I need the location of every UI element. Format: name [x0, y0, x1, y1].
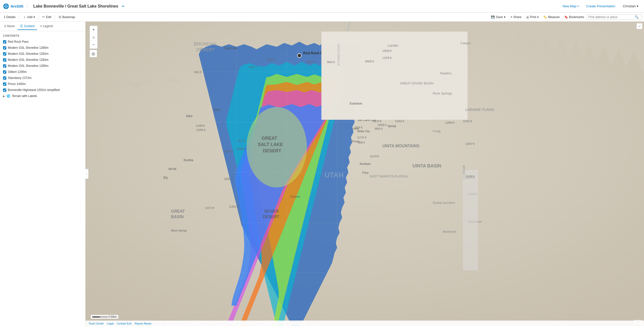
layer-checkbox-7[interactable] [3, 76, 6, 80]
create-presentation-button[interactable]: Create Presentation [584, 3, 618, 10]
arcgis-logo[interactable]: ArcGIS [3, 3, 23, 9]
svg-text:Montrose: Montrose [443, 230, 456, 234]
basemap-button[interactable]: ⊞ Basemap [57, 14, 77, 20]
layer-checkbox-4[interactable] [3, 58, 6, 62]
tab-about[interactable]: ℹ About [2, 23, 17, 30]
svg-text:Eureka: Eureka [184, 158, 193, 162]
map-controls: + ⌂ − ◎ [90, 26, 98, 57]
toolbar-separator-2 [38, 15, 39, 20]
edit-title-icon[interactable]: ✏ [122, 4, 125, 8]
tab-legend[interactable]: ≡ Legend [37, 23, 55, 30]
expand-button[interactable]: ⤢ [636, 23, 642, 29]
bookmarks-button[interactable]: 🔖 Bookmarks [562, 14, 586, 20]
svg-point-6 [247, 107, 307, 188]
zoom-out-button[interactable]: − [90, 41, 97, 49]
layer-item-9[interactable]: Bonneville Highstand 1552m simplified [0, 87, 85, 93]
svg-text:GREAT: GREAT [262, 136, 277, 141]
sidebar-tabs: ℹ About ☰ Content ≡ Legend [0, 22, 85, 31]
layer-item-6[interactable]: Gilbert 1295m [0, 69, 85, 75]
svg-text:5694 ft: 5694 ft [355, 126, 363, 129]
search-icon[interactable]: 🔍 [635, 15, 639, 19]
new-map-button[interactable]: New Map ▾ [560, 3, 581, 10]
print-icon: 🖨 [526, 15, 529, 19]
arcgis-logo-icon [3, 3, 9, 9]
legal-link[interactable]: Legal [107, 322, 114, 325]
layer-item-7[interactable]: Stansbury 1372m [0, 75, 85, 81]
layer-checkbox-8[interactable] [3, 82, 6, 86]
svg-text:COLOR: COLOR [462, 165, 465, 175]
layer-item-4[interactable]: Modern GSL Shoreline 1283m [0, 57, 85, 63]
compass-button[interactable]: ◎ [90, 50, 97, 57]
svg-text:Grand Junction: Grand Junction [433, 201, 455, 205]
svg-text:9655 ft: 9655 ft [307, 61, 315, 64]
toolbar: ℹ Details ＋ Add ▾ ✏ Edit ⊞ Basemap 💾 Sav… [0, 13, 644, 22]
logo-arc: ArcGIS [11, 4, 23, 8]
layer-checkbox-9[interactable] [3, 88, 6, 92]
svg-text:10026 ft: 10026 ft [365, 60, 374, 63]
layer-item-3[interactable]: Modern GSL Shoreline 1282m [0, 51, 85, 57]
svg-text:DESERT: DESERT [263, 148, 281, 153]
contact-esri-link[interactable]: Contact Esri [117, 322, 132, 325]
content-icon: ☰ [20, 24, 23, 28]
basemap-icon: ⊞ [59, 15, 61, 19]
home-button[interactable]: ⌂ [90, 33, 97, 41]
zoom-in-button[interactable]: + [90, 26, 97, 33]
edit-button[interactable]: ✏ Edit [40, 14, 53, 20]
details-button[interactable]: ℹ Details [2, 14, 18, 20]
trust-center-link[interactable]: Trust Center [89, 322, 104, 325]
layer-item-5[interactable]: Modern GSL Shoreline 1285m [0, 63, 85, 69]
svg-text:Rock Springs: Rock Springs [433, 91, 452, 95]
basemap-group[interactable]: ▶ 🌐 Terrain with Labels [0, 93, 85, 99]
svg-text:SEVIER: SEVIER [264, 209, 279, 213]
svg-text:12262 ft: 12262 ft [395, 120, 404, 123]
layer-item-2[interactable]: Modern GSL Shoreline 1280m [0, 45, 85, 51]
svg-text:Price: Price [362, 171, 369, 174]
svg-text:Elko: Elko [186, 114, 192, 118]
layer-checkbox-6[interactable] [3, 70, 6, 74]
svg-text:12191 ft: 12191 ft [463, 120, 472, 123]
layer-checkbox-3[interactable] [3, 52, 6, 56]
add-button[interactable]: ＋ Add ▾ [21, 14, 37, 20]
layer-label-8: Provo 1440m [8, 82, 26, 86]
svg-text:BRUNEAU: BRUNEAU [194, 41, 216, 46]
svg-text:11000 ft: 11000 ft [236, 148, 246, 150]
share-icon: ↗ [510, 15, 512, 19]
svg-text:LARAMIE PLAINS: LARAMIE PLAINS [465, 108, 494, 112]
svg-text:9942 ft: 9942 ft [327, 61, 335, 64]
save-button[interactable]: 💾 Save ▾ [489, 14, 507, 20]
svg-text:8656 ft: 8656 ft [375, 127, 383, 130]
svg-text:Warm Springs: Warm Springs [171, 229, 187, 232]
user-menu-button[interactable]: Christian ▾ [620, 3, 641, 10]
layer-checkbox-1[interactable] [3, 40, 6, 43]
print-button[interactable]: 🖨 Print ▾ [524, 14, 541, 20]
svg-text:WYOMING RANGE: WYOMING RANGE [337, 43, 340, 66]
svg-text:13219 ft: 13219 ft [372, 120, 381, 123]
svg-text:DESERT: DESERT [196, 47, 215, 52]
layer-item-8[interactable]: Provo 1440m [0, 81, 85, 87]
svg-text:10178 ft: 10178 ft [370, 155, 379, 158]
tab-content[interactable]: ☰ Content [18, 23, 37, 30]
measure-icon: 📏 [543, 15, 547, 19]
svg-text:Goshen: Goshen [291, 195, 300, 198]
sidebar-content: Contents Red Rock Pass Modern GSL Shorel… [0, 31, 85, 326]
add-chevron: ▾ [33, 15, 35, 19]
layer-checkbox-5[interactable] [3, 64, 6, 68]
svg-text:UINTA BASIN: UINTA BASIN [413, 163, 441, 168]
map-container[interactable]: GREAT SALT LAKE DESERT SEVIER DESERT UTA… [86, 22, 644, 326]
svg-text:GREAT DIVIDE BASIN: GREAT DIVIDE BASIN [400, 81, 433, 85]
layer-checkbox-2[interactable] [3, 46, 6, 50]
layer-label-9: Bonneville Highstand 1552m simplified [8, 88, 60, 92]
share-button[interactable]: ↗ Share [508, 14, 524, 20]
toolbar-separator-3 [55, 15, 55, 20]
svg-text:DESERT: DESERT [263, 215, 279, 219]
layer-item-1[interactable]: Red Rock Pass [0, 39, 85, 45]
search-input[interactable] [588, 15, 634, 19]
report-abuse-link[interactable]: Report Abuse [135, 322, 152, 325]
sidebar-collapse-handle[interactable]: ‹ [85, 169, 89, 179]
layer-label-2: Modern GSL Shoreline 1280m [8, 46, 49, 50]
svg-rect-67 [463, 170, 478, 270]
measure-button[interactable]: 📏 Measure [541, 14, 562, 20]
svg-text:Lander: Lander [387, 43, 398, 48]
svg-text:74258 ft: 74258 ft [465, 175, 474, 178]
layer-label-4: Modern GSL Shoreline 1283m [8, 58, 49, 62]
